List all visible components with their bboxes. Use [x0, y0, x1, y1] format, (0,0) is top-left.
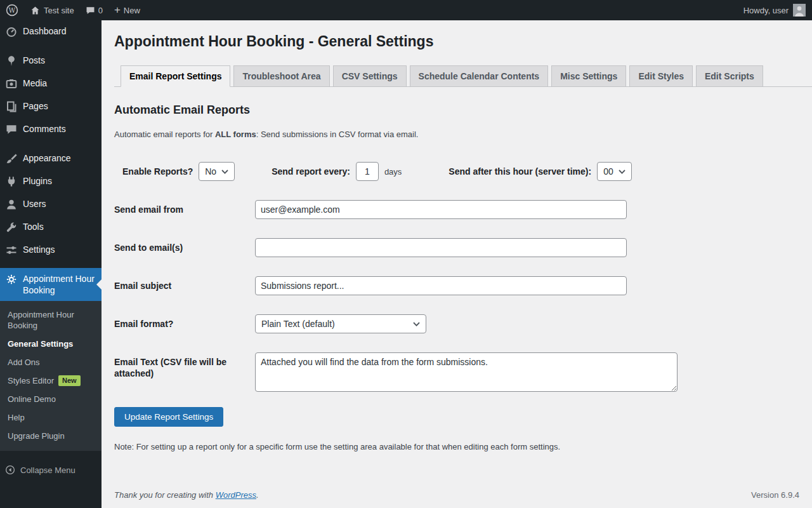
chevron-down-icon: [413, 322, 420, 326]
submenu-item-styles-editor[interactable]: Styles Editor New: [0, 371, 102, 390]
dashboard-icon: [5, 25, 18, 38]
email-format-select[interactable]: Plain Text (default): [255, 314, 426, 333]
collapse-menu-button[interactable]: Collapse Menu: [0, 460, 102, 480]
enable-reports-select[interactable]: No: [199, 162, 235, 181]
sidebar-item-posts[interactable]: Posts: [0, 50, 102, 72]
tab-edit-styles[interactable]: Edit Styles: [629, 65, 693, 87]
collapse-arrow-icon: [5, 465, 15, 475]
enable-reports-group: Enable Reports? No: [122, 162, 235, 181]
chevron-down-icon: [221, 170, 228, 174]
send-hour-label: Send after this hour (server time):: [449, 166, 591, 177]
submenu-item-label: Add Ons: [8, 357, 40, 368]
send-hour-group: Send after this hour (server time): 00: [449, 162, 631, 181]
plugin-icon: [5, 175, 18, 188]
enable-reports-value: No: [205, 166, 216, 177]
sidebar-item-users[interactable]: Users: [0, 193, 102, 216]
send-email-from-label: Send email from: [114, 200, 255, 219]
submenu-item-upgrade-plugin[interactable]: Upgrade Plugin: [0, 427, 102, 445]
sidebar-item-plugins[interactable]: Plugins: [0, 170, 102, 193]
sidebar-item-dashboard[interactable]: Dashboard: [0, 20, 102, 43]
enable-reports-label: Enable Reports?: [122, 166, 193, 177]
update-report-settings-button[interactable]: Update Report Settings: [114, 407, 223, 427]
send-every-label: Send report every:: [272, 166, 350, 177]
sidebar-item-appointment-hour-booking[interactable]: Appointment Hour Booking: [0, 268, 102, 301]
sidebar-item-media[interactable]: Media: [0, 72, 102, 95]
settings-note: Note: For setting up a report only for a…: [114, 442, 799, 451]
sidebar-separator: [0, 141, 102, 147]
tab-misc-settings[interactable]: Misc Settings: [551, 65, 626, 87]
user-icon: [5, 198, 18, 211]
submenu-item-label: Help: [8, 412, 25, 423]
comment-icon: [5, 123, 18, 136]
home-icon: [30, 5, 41, 16]
wordpress-logo-glyph: W: [6, 4, 18, 17]
report-schedule-row: Enable Reports? No Send report every: da…: [114, 162, 799, 181]
sidebar-item-label: Plugins: [23, 175, 52, 187]
email-text-row: Email Text (CSV file will be attached) A…: [114, 352, 799, 392]
email-subject-input[interactable]: [255, 276, 627, 295]
footer-thanks-prefix: Thank you for creating with: [114, 490, 216, 500]
submenu-item-appointment-hour-booking[interactable]: Appointment Hour Booking: [0, 305, 102, 335]
admin-bar-left: W Test site 0 + New: [0, 0, 146, 20]
send-every-unit: days: [384, 167, 402, 177]
intro-bold: ALL forms: [215, 130, 256, 139]
intro-text: Automatic email reports for ALL forms: S…: [114, 130, 799, 139]
settings-tab-bar: Email Report Settings Troubleshoot Area …: [114, 65, 812, 87]
sidebar-item-appearance[interactable]: Appearance: [0, 147, 102, 170]
sidebar-separator: [0, 43, 102, 50]
wordpress-link[interactable]: WordPress: [216, 490, 256, 500]
new-badge: New: [58, 375, 81, 386]
tab-troubleshoot-area[interactable]: Troubleshoot Area: [233, 65, 329, 87]
plugin-submenu: Appointment Hour Booking General Setting…: [0, 301, 102, 451]
email-text-textarea[interactable]: Attached you will find the data from the…: [255, 352, 678, 392]
tab-csv-settings[interactable]: CSV Settings: [333, 65, 407, 87]
sidebar-item-label: Media: [23, 77, 47, 89]
sidebar-item-pages[interactable]: Pages: [0, 95, 102, 118]
submenu-item-online-demo[interactable]: Online Demo: [0, 390, 102, 408]
admin-bar-new-button[interactable]: + New: [108, 0, 146, 20]
settings-wrap: Appointment Hour Booking - General Setti…: [102, 20, 812, 490]
send-to-emails-input[interactable]: [255, 238, 627, 257]
email-format-value: Plain Text (default): [261, 319, 335, 329]
send-email-from-input[interactable]: [255, 200, 627, 219]
admin-bar-comments[interactable]: 0: [80, 0, 108, 20]
collapse-menu-label: Collapse Menu: [20, 465, 75, 475]
sidebar-item-label: Appearance: [23, 152, 71, 164]
admin-bar-my-account[interactable]: Howdy, user: [743, 4, 806, 17]
submenu-item-general-settings[interactable]: General Settings: [0, 335, 102, 353]
admin-sidebar: Dashboard Posts Media Pages Comments App…: [0, 20, 102, 508]
send-to-emails-row: Send to email(s): [114, 238, 799, 257]
brush-icon: [5, 152, 18, 165]
submenu-item-label: Styles Editor: [8, 375, 54, 386]
admin-bar-site-name[interactable]: Test site: [24, 0, 80, 20]
admin-bar-right: Howdy, user: [743, 0, 812, 20]
intro-prefix: Automatic email reports for: [114, 130, 215, 139]
camera-icon: [5, 77, 18, 90]
page-title: Appointment Hour Booking - General Setti…: [114, 29, 799, 53]
sidebar-item-label: Pages: [23, 100, 48, 112]
sidebar-item-tools[interactable]: Tools: [0, 216, 102, 239]
email-format-label: Email format?: [114, 314, 255, 333]
send-hour-select[interactable]: 00: [597, 162, 632, 181]
submenu-item-label: Appointment Hour Booking: [8, 309, 94, 331]
wordpress-logo-icon[interactable]: W: [0, 0, 24, 20]
gear-icon: [5, 273, 18, 286]
tab-email-report-settings[interactable]: Email Report Settings: [121, 65, 230, 87]
tab-edit-scripts[interactable]: Edit Scripts: [696, 65, 763, 87]
tab-schedule-calendar-contents[interactable]: Schedule Calendar Contents: [410, 65, 549, 87]
pin-icon: [5, 55, 18, 67]
send-hour-value: 00: [603, 166, 613, 177]
send-every-input[interactable]: [356, 162, 379, 181]
section-title: Automatic Email Reports: [114, 104, 799, 117]
howdy-label: Howdy, user: [743, 6, 789, 15]
submenu-item-help[interactable]: Help: [0, 408, 102, 427]
send-to-emails-label: Send to email(s): [114, 238, 255, 257]
send-every-group: Send report every: days: [272, 162, 402, 181]
comments-count: 0: [98, 6, 103, 15]
submenu-item-add-ons[interactable]: Add Ons: [0, 353, 102, 371]
sidebar-item-settings[interactable]: Settings: [0, 239, 102, 262]
avatar: [793, 4, 806, 17]
sidebar-item-label: Dashboard: [23, 25, 67, 37]
sidebar-item-comments[interactable]: Comments: [0, 118, 102, 141]
submenu-item-label: General Settings: [8, 338, 73, 349]
